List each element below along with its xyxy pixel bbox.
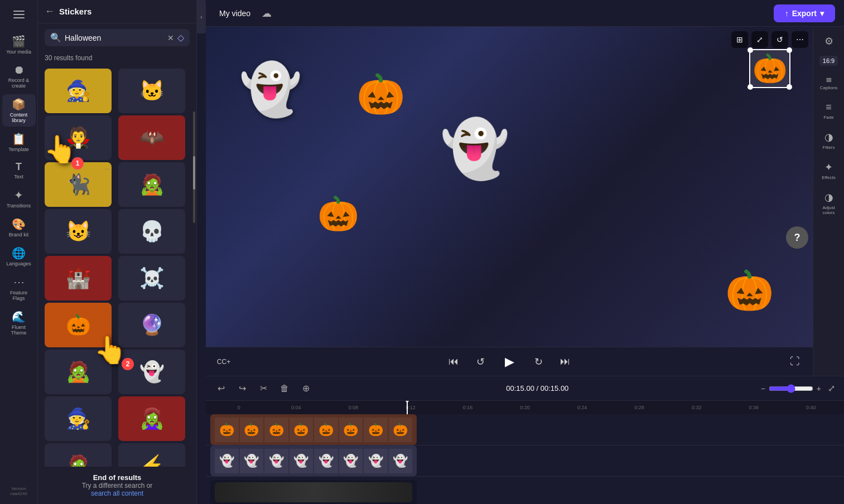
sidebar-item-label: Brand kit: [9, 232, 29, 238]
sticker-item[interactable]: 🐈‍⬛ ...: [45, 162, 112, 207]
sticker-item[interactable]: 🧟: [45, 443, 112, 467]
sidebar-item-record-create[interactable]: ⏺ Record & create: [2, 60, 36, 92]
delete-button[interactable]: 🗑: [276, 380, 293, 397]
sticker-item[interactable]: ☠️: [118, 256, 185, 301]
help-button[interactable]: ?: [786, 226, 808, 249]
sidebar-item-templates[interactable]: 📋 Template: [2, 129, 36, 156]
video-track-content[interactable]: [210, 480, 417, 505]
timeline-tracks[interactable]: 🎃 🎃 🎃 🎃 🎃 🎃 🎃 🎃 👻 👻 👻 👻 👻: [206, 414, 844, 504]
sidebar-item-brand-kit[interactable]: 🎨 Brand kit: [2, 214, 36, 241]
clear-search-button[interactable]: ✕: [167, 33, 174, 42]
sidebar-item-label: Record & create: [3, 77, 35, 89]
video-track-thumbnail: [215, 482, 412, 502]
sticker-item[interactable]: 🧟‍♀️: [118, 396, 185, 441]
zoom-slider[interactable]: [769, 384, 813, 393]
languages-icon: 🌐: [12, 246, 26, 260]
sticker-item[interactable]: 🧟 Add to timeline: [45, 350, 112, 394]
aspect-ratio-display[interactable]: 16:9: [819, 56, 838, 66]
sticker-item[interactable]: 🧙: [45, 396, 112, 441]
redo-button[interactable]: ↪: [234, 380, 250, 397]
sticker-item[interactable]: 🔮: [118, 303, 185, 347]
zoom-in-button[interactable]: +: [817, 384, 821, 393]
sticker-item[interactable]: 🎃: [45, 303, 112, 347]
canvas-area: ⊞ ⤢ ↺ ⋯ 👻 🎃 👻 🎃 🎃 🎃: [206, 27, 813, 376]
clip-frame: 👻: [215, 449, 239, 473]
right-tool-adjust-colors[interactable]: ◑ Adjustcolors: [814, 187, 843, 220]
sticker-item[interactable]: 🐱: [118, 69, 185, 113]
right-tool-captions[interactable]: ≣ Captions: [814, 70, 843, 95]
canvas-settings-button[interactable]: ⚙: [814, 31, 843, 51]
fullscreen-icon: ⛶: [790, 356, 800, 367]
cut-button[interactable]: ✂: [255, 380, 272, 397]
transform-button[interactable]: ↺: [771, 31, 788, 48]
sticker-item[interactable]: 🦇: [118, 115, 185, 160]
clip-frame: 👻: [339, 449, 363, 473]
pumpkin-track-content[interactable]: 🎃 🎃 🎃 🎃 🎃 🎃 🎃 🎃: [210, 414, 417, 445]
version-label: Versioncaa4240: [10, 486, 27, 496]
canvas-toolbar: ⊞ ⤢ ↺ ⋯: [731, 31, 808, 48]
sidebar-item-version: Versioncaa4240: [2, 483, 36, 500]
content-library-icon: 📦: [12, 98, 26, 111]
right-tool-filters[interactable]: ◑ Filters: [814, 127, 843, 154]
ruler-mark: 0:16: [439, 405, 496, 410]
skip-to-start-button[interactable]: ⏮: [445, 353, 462, 371]
try-different-text: Try a different search or: [82, 482, 153, 490]
search-input[interactable]: [65, 33, 164, 42]
selection-handle-tl[interactable]: [747, 47, 753, 53]
fullscreen-button[interactable]: ⛶: [786, 353, 804, 371]
sidebar-item-feature-flags[interactable]: ⋯ FeatureFlags: [2, 272, 36, 304]
sticker-item[interactable]: 🏰: [45, 256, 112, 301]
sidebar-item-fluent-theme[interactable]: 🌊 FluentTheme: [2, 307, 36, 339]
sticker-item[interactable]: 💀: [118, 209, 185, 254]
zoom-controls: − +: [761, 384, 821, 393]
sticker-item[interactable]: ⚡: [118, 443, 185, 467]
ruler-mark: 0:36: [725, 405, 783, 410]
crop-button[interactable]: ⊞: [731, 31, 748, 48]
templates-icon: 📋: [12, 132, 26, 146]
sticker-item[interactable]: 🧟: [118, 162, 185, 207]
video-canvas[interactable]: ⊞ ⤢ ↺ ⋯ 👻 🎃 👻 🎃 🎃 🎃: [206, 27, 813, 347]
selection-handle-bl[interactable]: [747, 84, 753, 90]
back-5s-button[interactable]: ↺: [471, 353, 489, 371]
ghost-track-row: 👻 👻 👻 👻 👻 👻 👻 👻: [206, 445, 844, 477]
ghost-sticker-center: 👻: [440, 116, 510, 182]
sticker-item[interactable]: 😺: [45, 209, 112, 254]
sticker-item[interactable]: 🧙: [45, 69, 112, 113]
right-tool-effects[interactable]: ✦ Effects: [814, 157, 843, 185]
selection-handle-tr[interactable]: [787, 47, 792, 53]
caption-button[interactable]: CC+: [215, 353, 233, 371]
scroll-thumb[interactable]: [193, 156, 195, 190]
ghost-track-content[interactable]: 👻 👻 👻 👻 👻 👻 👻 👻: [210, 445, 417, 476]
time-total: 00:15.00: [541, 384, 569, 392]
sidebar-item-text[interactable]: T Text: [2, 158, 36, 183]
back-button[interactable]: ←: [45, 6, 55, 17]
selected-sticker[interactable]: 🎃: [749, 49, 790, 88]
sticker-item[interactable]: 👻: [118, 350, 185, 394]
playhead[interactable]: [407, 401, 408, 414]
search-all-link[interactable]: search all content: [91, 490, 143, 497]
more-options-button[interactable]: ⋯: [792, 31, 808, 48]
sidebar-item-transitions[interactable]: ✦ Transitions: [2, 185, 36, 212]
my-video-tab[interactable]: My video: [215, 7, 255, 20]
sticker-item[interactable]: 🧛: [45, 115, 112, 160]
export-button[interactable]: ↑ Export ▾: [774, 4, 835, 22]
zoom-out-button[interactable]: −: [761, 384, 765, 393]
rotate-button[interactable]: ⤢: [751, 31, 768, 48]
skip-to-end-button[interactable]: ⏭: [556, 353, 574, 371]
sidebar-item-content-library[interactable]: 📦 Contentlibrary: [2, 94, 36, 127]
hamburger-menu[interactable]: [2, 4, 36, 25]
sidebar-item-label: Your media: [6, 49, 31, 55]
fade-label: Fade: [823, 115, 833, 120]
duplicate-button[interactable]: ⊕: [297, 380, 314, 397]
ruler-mark: 0:12: [382, 405, 440, 410]
selection-handle-br[interactable]: [787, 84, 792, 90]
forward-5s-button[interactable]: ↻: [529, 353, 547, 371]
play-button[interactable]: ▶: [498, 351, 520, 373]
sidebar-item-your-media[interactable]: 🎬 Your media: [2, 31, 36, 58]
diamond-button[interactable]: ◇: [177, 32, 184, 43]
expand-timeline-button[interactable]: ⤢: [826, 381, 837, 396]
panel-collapse-handle[interactable]: ‹: [197, 0, 206, 33]
sidebar-item-languages[interactable]: 🌐 Languages: [2, 243, 36, 270]
right-tool-fade[interactable]: ≡ Fade: [814, 97, 843, 124]
undo-button[interactable]: ↩: [213, 380, 229, 397]
